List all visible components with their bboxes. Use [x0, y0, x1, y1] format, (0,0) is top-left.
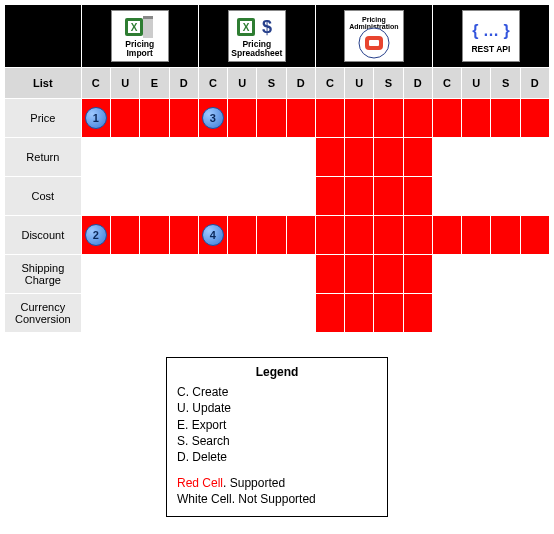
support-cell: [110, 294, 139, 333]
support-cell: [169, 216, 198, 255]
support-cell: [228, 216, 257, 255]
op-col: D: [286, 68, 315, 99]
support-cell: 4: [198, 216, 227, 255]
op-col: U: [228, 68, 257, 99]
op-col: C: [81, 68, 110, 99]
op-col: D: [403, 68, 432, 99]
svg-rect-3: [143, 16, 153, 38]
support-cell: [140, 138, 169, 177]
support-cell: [432, 99, 461, 138]
table-row: Price13: [5, 99, 550, 138]
support-cell: [198, 255, 227, 294]
table-row: Cost: [5, 177, 550, 216]
group-pricing-administration: Pricing Administration: [315, 5, 432, 68]
support-cell: [169, 255, 198, 294]
legend-code: S. Search: [177, 433, 377, 449]
row-header: Discount: [5, 216, 82, 255]
support-cell: [286, 255, 315, 294]
support-cell: [315, 216, 344, 255]
support-cell: [286, 138, 315, 177]
support-cell: [286, 216, 315, 255]
op-col: S: [491, 68, 520, 99]
legend-code: D. Delete: [177, 449, 377, 465]
support-cell: [110, 99, 139, 138]
op-col: C: [432, 68, 461, 99]
support-cell: [345, 138, 374, 177]
support-cell: [462, 177, 491, 216]
support-cell: [374, 177, 403, 216]
group-rest-api: { … } REST API: [432, 5, 549, 68]
op-col: C: [198, 68, 227, 99]
row-header: Currency Conversion: [5, 294, 82, 333]
support-cell: [491, 138, 520, 177]
support-cell: [257, 255, 286, 294]
group-pricing-import: X Pricing Import: [81, 5, 198, 68]
support-cell: [140, 216, 169, 255]
support-cell: [491, 99, 520, 138]
admin-circle-icon: [355, 30, 393, 56]
support-cell: [432, 216, 461, 255]
support-cell: [345, 216, 374, 255]
support-cell: [315, 255, 344, 294]
group-label: Pricing Import: [113, 40, 167, 58]
support-cell: [491, 294, 520, 333]
support-cell: [345, 177, 374, 216]
support-cell: [81, 177, 110, 216]
support-cell: [140, 294, 169, 333]
support-cell: [374, 138, 403, 177]
support-cell: [403, 294, 432, 333]
support-cell: [169, 99, 198, 138]
support-cell: [491, 216, 520, 255]
support-cell: [374, 255, 403, 294]
support-cell: 2: [81, 216, 110, 255]
op-col: S: [374, 68, 403, 99]
support-cell: [169, 294, 198, 333]
callout-badge: 4: [202, 224, 224, 246]
support-cell: [169, 138, 198, 177]
operation-header-row: List C U E D C U S D C U S D C U S D: [5, 68, 550, 99]
support-cell: [81, 138, 110, 177]
support-cell: [140, 177, 169, 216]
support-cell: [110, 138, 139, 177]
callout-badge: 1: [85, 107, 107, 129]
support-cell: [345, 294, 374, 333]
support-cell: [228, 177, 257, 216]
support-cell: [169, 177, 198, 216]
support-cell: [345, 255, 374, 294]
support-cell: [257, 99, 286, 138]
callout-badge: 2: [85, 224, 107, 246]
support-cell: [315, 99, 344, 138]
legend-code: C. Create: [177, 384, 377, 400]
op-col: U: [110, 68, 139, 99]
support-cell: [315, 294, 344, 333]
svg-rect-4: [143, 16, 153, 19]
support-cell: [462, 99, 491, 138]
support-cell: [81, 255, 110, 294]
group-pricing-spreadsheet: X$ Pricing Spreadsheet: [198, 5, 315, 68]
support-cell: [520, 99, 549, 138]
row-header: Cost: [5, 177, 82, 216]
support-cell: [462, 216, 491, 255]
support-cell: [198, 294, 227, 333]
support-cell: [198, 138, 227, 177]
support-cell: [432, 294, 461, 333]
support-cell: [140, 255, 169, 294]
svg-text:$: $: [262, 17, 272, 37]
support-cell: [286, 294, 315, 333]
legend-title: Legend: [177, 364, 377, 380]
support-cell: [520, 255, 549, 294]
op-col: E: [140, 68, 169, 99]
group-label: Pricing Spreadsheet: [230, 40, 284, 58]
support-cell: [520, 138, 549, 177]
support-cell: [403, 216, 432, 255]
row-header: Shipping Charge: [5, 255, 82, 294]
support-cell: [491, 177, 520, 216]
support-cell: [374, 216, 403, 255]
support-cell: [374, 99, 403, 138]
op-col: S: [257, 68, 286, 99]
support-cell: [110, 255, 139, 294]
legend-supported: Red Cell. Supported: [177, 475, 377, 491]
support-cell: 1: [81, 99, 110, 138]
support-cell: [315, 177, 344, 216]
support-cell: [228, 138, 257, 177]
